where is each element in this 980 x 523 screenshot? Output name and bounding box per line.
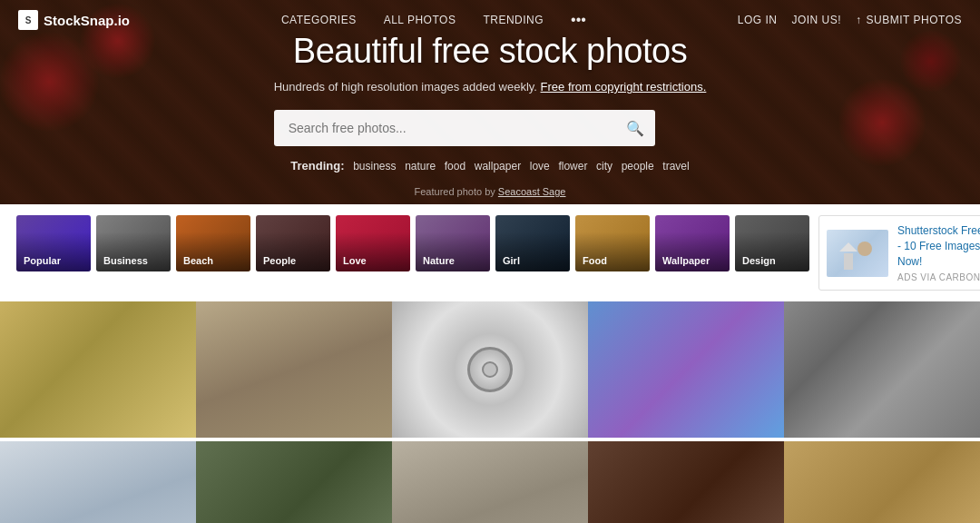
category-food[interactable]: Food — [575, 215, 650, 271]
category-popular-label: Popular — [16, 215, 91, 271]
category-food-label: Food — [575, 215, 650, 271]
advertisement-box[interactable]: Shutterstock Free Trial - 10 Free Images… — [818, 215, 980, 291]
category-girl[interactable]: Girl — [495, 215, 570, 271]
photo-building — [196, 301, 392, 438]
category-business[interactable]: Business — [96, 215, 171, 271]
nav-center-links: CATEGORIES ALL PHOTOS TRENDING ••• — [281, 12, 586, 28]
nav-right-links: LOG IN JOIN US! ↑ SUBMIT PHOTOS — [738, 14, 962, 26]
category-love-label: Love — [336, 215, 410, 271]
trend-people[interactable]: people — [622, 160, 654, 173]
photo-cup — [784, 441, 980, 523]
photo-cell[interactable] — [784, 301, 980, 438]
trend-wallpaper[interactable]: wallpaper — [475, 160, 521, 173]
photo-cell[interactable] — [196, 441, 392, 523]
photo-blue-abstract — [588, 301, 784, 438]
site-logo[interactable]: S StockSnap.io — [18, 10, 130, 30]
nav-submit[interactable]: ↑ SUBMIT PHOTOS — [856, 14, 962, 26]
photo-portrait — [588, 441, 784, 523]
trend-flower[interactable]: flower — [558, 160, 587, 173]
category-nature-label: Nature — [416, 215, 490, 271]
category-nature[interactable]: Nature — [416, 215, 490, 271]
nav-all-photos[interactable]: ALL PHOTOS — [384, 14, 456, 26]
categories-grid: Popular Business Beach People Love Natur… — [16, 215, 809, 271]
search-button[interactable]: 🔍 — [615, 110, 655, 146]
category-beach-label: Beach — [176, 215, 250, 271]
ad-image-icon — [839, 235, 876, 271]
search-icon: 🔍 — [626, 121, 644, 136]
photo-food — [0, 301, 196, 438]
submit-icon: ↑ — [856, 14, 862, 26]
logo-icon: S — [18, 10, 38, 30]
hero-content: Beautiful free stock photos Hundreds of … — [274, 32, 707, 173]
photo-building2 — [0, 441, 196, 523]
nav-trending[interactable]: TRENDING — [483, 14, 544, 26]
photo-cell[interactable] — [392, 441, 588, 523]
category-wallpaper-label: Wallpaper — [655, 215, 730, 271]
photo-stones — [784, 301, 980, 438]
category-love[interactable]: Love — [336, 215, 410, 271]
photo-cell[interactable] — [588, 441, 784, 523]
photo-grid-row-1 — [0, 301, 980, 438]
ad-image — [827, 230, 888, 277]
category-popular[interactable]: Popular — [16, 215, 91, 271]
nav-more[interactable]: ••• — [571, 12, 586, 28]
trend-city[interactable]: city — [596, 160, 612, 173]
ad-content: Shutterstock Free Trial - 10 Free Images… — [897, 223, 980, 282]
trend-travel[interactable]: travel — [662, 160, 689, 173]
search-input[interactable] — [274, 121, 615, 135]
category-people[interactable]: People — [256, 215, 330, 271]
hero-copyright-link[interactable]: Free from copyright restrictions. — [541, 80, 707, 94]
trend-nature[interactable]: nature — [405, 160, 436, 173]
trend-business[interactable]: business — [353, 160, 396, 173]
photo-cell[interactable] — [588, 301, 784, 438]
photo-cell[interactable] — [784, 441, 980, 523]
photo-cell[interactable] — [392, 301, 588, 438]
photo-cell[interactable] — [0, 301, 196, 438]
nav-login[interactable]: LOG IN — [738, 14, 778, 26]
category-design[interactable]: Design — [735, 215, 809, 271]
categories-section: Popular Business Beach People Love Natur… — [0, 204, 980, 301]
search-bar: 🔍 — [274, 110, 655, 146]
photo-cell[interactable] — [0, 441, 196, 523]
logo-text: StockSnap.io — [44, 13, 130, 28]
ad-label: ADS VIA CARBON — [897, 272, 980, 282]
photo-plant — [196, 441, 392, 523]
trend-food[interactable]: food — [445, 160, 466, 173]
hero-credit: Featured photo by Seacoast Sage — [415, 186, 566, 197]
trending-bar: Trending: business nature food wallpaper… — [274, 159, 707, 173]
ad-title: Shutterstock Free Trial - 10 Free Images… — [897, 223, 980, 269]
nav-categories[interactable]: CATEGORIES — [281, 14, 357, 26]
svg-marker-1 — [839, 242, 858, 252]
category-beach[interactable]: Beach — [176, 215, 250, 271]
trending-label: Trending: — [290, 159, 344, 173]
photo-cell[interactable] — [196, 301, 392, 438]
photo-hdd — [392, 301, 588, 438]
category-design-label: Design — [735, 215, 809, 271]
category-girl-label: Girl — [495, 215, 570, 271]
trend-love[interactable]: love — [530, 160, 550, 173]
nav-join[interactable]: JOIN US! — [791, 14, 841, 26]
navigation: S StockSnap.io CATEGORIES ALL PHOTOS TRE… — [0, 0, 980, 40]
svg-rect-0 — [844, 253, 853, 270]
hero-author-link[interactable]: Seacoast Sage — [498, 186, 566, 197]
category-business-label: Business — [96, 215, 171, 271]
svg-point-2 — [858, 242, 872, 256]
submit-label: SUBMIT PHOTOS — [867, 14, 962, 26]
photo-grid-row-2 — [0, 441, 980, 523]
photo-building3 — [392, 441, 588, 523]
hero-subtitle: Hundreds of high resolution images added… — [274, 80, 707, 94]
category-people-label: People — [256, 215, 330, 271]
category-wallpaper[interactable]: Wallpaper — [655, 215, 730, 271]
